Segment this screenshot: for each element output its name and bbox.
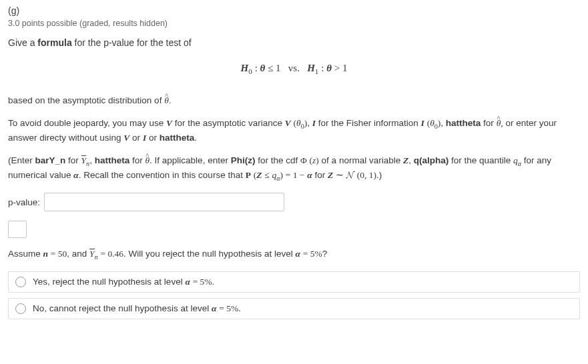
Ybar-n: Y xyxy=(81,155,87,164)
t: To avoid double jeopardy, you may use xyxy=(8,118,166,128)
t: for xyxy=(481,118,496,128)
para-assume: Assume n = 50, and Yn = 0.46. Will you r… xyxy=(8,247,580,262)
t: . If applicable, enter xyxy=(150,155,231,165)
t: for xyxy=(65,155,81,165)
part-label: (g) xyxy=(8,5,580,16)
t: for xyxy=(129,155,145,165)
theta-hat: θ xyxy=(164,94,169,107)
t: for xyxy=(312,170,328,180)
t: for the quantile xyxy=(449,155,513,165)
kw-hattheta3: hattheta xyxy=(95,155,130,165)
kw-qalpha: q(alpha) xyxy=(414,155,449,165)
pvalue-label: p-value: xyxy=(8,197,40,207)
prompt-line: Give a formula for the p-value for the t… xyxy=(8,37,580,48)
t: . Will you reject the null hypothesis at… xyxy=(123,249,295,259)
pvalue-input[interactable] xyxy=(44,193,284,211)
prompt-tail: for the p-value for the test of xyxy=(72,37,192,48)
t: , and xyxy=(67,249,89,259)
t: .) xyxy=(376,170,382,180)
t: , xyxy=(440,118,446,128)
kw-barYn: barY_n xyxy=(35,155,66,165)
kw-hattheta2: hattheta xyxy=(160,133,195,143)
prompt-bold: formula xyxy=(37,37,71,48)
t: for the cdf xyxy=(255,155,300,165)
prompt-lead: Give a xyxy=(8,37,37,48)
t: . xyxy=(238,303,241,313)
t: . xyxy=(169,95,172,105)
hypotheses-block: H0 : θ ≤ 1 vs. H1 : θ > 1 xyxy=(8,63,580,75)
kw-Phiz: Phi(z) xyxy=(231,155,256,165)
t: based on the asymptotic distribution of xyxy=(8,95,164,105)
t: or xyxy=(129,133,143,143)
radio-icon[interactable] xyxy=(15,277,26,287)
radio-icon[interactable] xyxy=(15,303,26,314)
t: for the asymptotic variance xyxy=(172,118,285,128)
aux-box[interactable] xyxy=(8,221,27,238)
t: No, cannot reject the null hypothesis at… xyxy=(33,303,212,313)
t: for the Fisher information xyxy=(316,118,421,128)
t: . xyxy=(194,133,197,143)
t: Assume xyxy=(8,249,43,259)
t: or xyxy=(146,133,160,143)
option-yes[interactable]: Yes, reject the null hypothesis at level… xyxy=(8,271,580,293)
para-based-on: based on the asymptotic distribution of … xyxy=(8,94,580,107)
t: ? xyxy=(322,249,328,259)
t: Yes, reject the null hypothesis at level xyxy=(33,277,185,287)
para-jeopardy: To avoid double jeopardy, you may use V … xyxy=(8,117,580,145)
option-no-text: No, cannot reject the null hypothesis at… xyxy=(33,303,241,314)
option-no[interactable]: No, cannot reject the null hypothesis at… xyxy=(8,298,580,319)
t: (Enter xyxy=(8,155,35,165)
pvalue-row: p-value: xyxy=(8,193,580,211)
points-possible: 3.0 points possible (graded, results hid… xyxy=(8,19,580,28)
t: , xyxy=(408,155,414,165)
para-enter-hints: (Enter barY_n for Yn, hattheta for θ. If… xyxy=(8,154,580,183)
t: . Recall the convention in this course t… xyxy=(79,170,246,180)
t: , xyxy=(307,118,312,128)
t: of a normal variable xyxy=(319,155,403,165)
t: . xyxy=(212,277,215,287)
t: , xyxy=(89,155,95,165)
kw-hattheta: hattheta xyxy=(446,118,481,128)
option-yes-text: Yes, reject the null hypothesis at level… xyxy=(33,277,214,287)
